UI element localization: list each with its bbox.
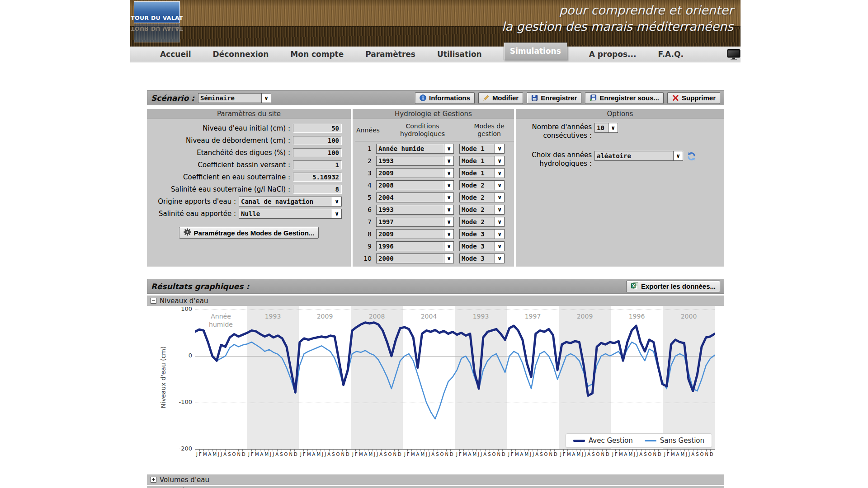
expand-icon[interactable] bbox=[151, 477, 156, 483]
chevron-down-icon[interactable]: ∨ bbox=[444, 193, 453, 202]
scenario-select[interactable]: Séminaire ∨ bbox=[198, 93, 271, 103]
chevron-down-icon[interactable]: ∨ bbox=[495, 169, 504, 178]
logo[interactable]: TOUR DU VALAT TOUR DU VALAT bbox=[134, 1, 180, 42]
chevron-down-icon[interactable]: ∨ bbox=[444, 205, 453, 214]
condition-select[interactable]: 2008∨ bbox=[376, 180, 454, 190]
mode-select[interactable]: Mode 1∨ bbox=[459, 168, 505, 178]
chevron-down-icon[interactable]: ∨ bbox=[444, 144, 453, 153]
chevron-down-icon[interactable]: ∨ bbox=[495, 254, 504, 263]
nav-item-utilisation[interactable]: Utilisation bbox=[437, 50, 482, 59]
mode-select[interactable]: Mode 1∨ bbox=[459, 144, 505, 154]
refresh-icon[interactable] bbox=[687, 152, 696, 163]
param-input[interactable]: 50 bbox=[293, 124, 342, 133]
nav-item-mon-compte[interactable]: Mon compte bbox=[290, 50, 344, 59]
chevron-down-icon[interactable]: ∨ bbox=[444, 254, 453, 263]
collapse-icon[interactable] bbox=[151, 298, 156, 304]
modes-config-button[interactable]: Paramétrage des Modes de Gestion... bbox=[179, 227, 319, 239]
main-nav: AccueilDéconnexionMon compteParamètresUt… bbox=[130, 47, 741, 62]
chevron-down-icon[interactable]: ∨ bbox=[495, 230, 504, 239]
condition-select-value: 1997 bbox=[377, 217, 444, 226]
param-row: Coefficient en eau souterraine :5.16932 bbox=[147, 171, 351, 183]
modifier-button[interactable]: Modifier bbox=[478, 92, 523, 104]
nav-item-d-connexion[interactable]: Déconnexion bbox=[213, 50, 269, 59]
chevron-down-icon[interactable]: ∨ bbox=[332, 209, 341, 218]
condition-select[interactable]: 1997∨ bbox=[376, 217, 454, 227]
param-input[interactable]: 1 bbox=[293, 160, 342, 169]
condition-select[interactable]: Année humide∨ bbox=[376, 144, 454, 154]
chevron-down-icon[interactable]: ∨ bbox=[261, 94, 271, 103]
mode-select[interactable]: Mode 2∨ bbox=[459, 217, 505, 227]
chevron-down-icon[interactable]: ∨ bbox=[495, 144, 504, 153]
chevron-down-icon[interactable]: ∨ bbox=[444, 217, 453, 226]
month-letter: M bbox=[359, 452, 363, 457]
chevron-down-icon[interactable]: ∨ bbox=[444, 156, 453, 165]
param-select[interactable]: Nulle∨ bbox=[239, 209, 342, 219]
section-niveaux-eau[interactable]: Niveaux d'eau bbox=[147, 296, 724, 306]
years-choice-select[interactable]: aléatoire ∨ bbox=[594, 151, 683, 161]
section-salinite-eaux[interactable]: Salinité des eaux bbox=[147, 486, 724, 488]
nav-item-accueil[interactable]: Accueil bbox=[160, 50, 191, 59]
avec-gestion-line bbox=[195, 323, 715, 396]
chevron-down-icon[interactable]: ∨ bbox=[673, 151, 683, 160]
condition-select[interactable]: 2009∨ bbox=[376, 229, 454, 239]
mode-select-value: Mode 2 bbox=[460, 181, 495, 190]
condition-select-value: Année humide bbox=[377, 144, 444, 153]
monitor-icon[interactable] bbox=[727, 49, 741, 60]
param-input[interactable]: 8 bbox=[293, 185, 342, 194]
informations-button[interactable]: Informations bbox=[415, 92, 475, 104]
mode-select[interactable]: Mode 3∨ bbox=[459, 241, 505, 251]
chevron-down-icon[interactable]: ∨ bbox=[495, 156, 504, 165]
mode-select-value: Mode 2 bbox=[460, 217, 495, 226]
month-letter: M bbox=[619, 452, 623, 457]
param-input[interactable]: 5.16932 bbox=[293, 173, 342, 182]
chevron-down-icon[interactable]: ∨ bbox=[444, 230, 453, 239]
month-letter: F bbox=[251, 452, 254, 457]
plot-area: Année humide1993200920082004199319972009… bbox=[195, 306, 715, 449]
month-letter: F bbox=[667, 452, 670, 457]
chevron-down-icon[interactable]: ∨ bbox=[495, 242, 504, 251]
supprimer-button[interactable]: Supprimer bbox=[667, 92, 720, 104]
enregistrer-sous-button[interactable]: Enregistrer sous... bbox=[585, 92, 664, 104]
section-volumes-eau[interactable]: Volumes d'eau bbox=[147, 474, 724, 485]
month-letter: J bbox=[582, 452, 583, 457]
y-tick-label: 0 bbox=[170, 352, 192, 359]
year-number: 5 bbox=[355, 194, 372, 201]
param-select[interactable]: Canal de navigation∨ bbox=[239, 197, 342, 206]
chevron-down-icon[interactable]: ∨ bbox=[495, 205, 504, 214]
chart-legend: Avec GestionSans Gestion bbox=[566, 433, 712, 448]
condition-select[interactable]: 1996∨ bbox=[376, 241, 454, 251]
month-letter: A bbox=[676, 452, 679, 457]
mode-select[interactable]: Mode 2∨ bbox=[459, 180, 505, 190]
condition-select[interactable]: 2009∨ bbox=[376, 168, 454, 178]
condition-select[interactable]: 1993∨ bbox=[376, 156, 454, 166]
nav-item-param-tres[interactable]: Paramètres bbox=[365, 50, 415, 59]
nav-item-simulations[interactable]: Simulations bbox=[504, 42, 567, 60]
mode-select[interactable]: Mode 3∨ bbox=[459, 229, 505, 239]
consecutive-years-select[interactable]: 10 ∨ bbox=[594, 123, 618, 133]
chevron-down-icon[interactable]: ∨ bbox=[495, 217, 504, 226]
mode-select[interactable]: Mode 2∨ bbox=[459, 192, 505, 202]
month-group: JFMAMJJASOND bbox=[611, 452, 663, 457]
chevron-down-icon[interactable]: ∨ bbox=[444, 169, 453, 178]
condition-select[interactable]: 1993∨ bbox=[376, 205, 454, 215]
mode-select[interactable]: Mode 1∨ bbox=[459, 156, 505, 166]
chevron-down-icon[interactable]: ∨ bbox=[332, 197, 341, 206]
mode-select[interactable]: Mode 3∨ bbox=[459, 253, 505, 263]
param-input[interactable]: 100 bbox=[293, 136, 342, 145]
chevron-down-icon[interactable]: ∨ bbox=[444, 181, 453, 190]
month-letter: S bbox=[696, 452, 698, 457]
chevron-down-icon[interactable]: ∨ bbox=[444, 242, 453, 251]
year-number: 1 bbox=[355, 145, 372, 152]
month-letter: O bbox=[544, 452, 548, 457]
param-input[interactable]: 100 bbox=[293, 148, 342, 157]
chevron-down-icon[interactable]: ∨ bbox=[608, 123, 618, 132]
condition-select[interactable]: 2000∨ bbox=[376, 253, 454, 263]
chevron-down-icon[interactable]: ∨ bbox=[495, 181, 504, 190]
nav-item-f-a-q[interactable]: F.A.Q. bbox=[658, 50, 683, 59]
enregistrer-button[interactable]: Enregistrer bbox=[527, 92, 581, 104]
export-data-button[interactable]: X Exporter les données... bbox=[626, 281, 720, 292]
chevron-down-icon[interactable]: ∨ bbox=[495, 193, 504, 202]
mode-select[interactable]: Mode 2∨ bbox=[459, 205, 505, 215]
nav-item-a-propos[interactable]: A propos... bbox=[589, 50, 637, 59]
condition-select[interactable]: 2004∨ bbox=[376, 192, 454, 202]
